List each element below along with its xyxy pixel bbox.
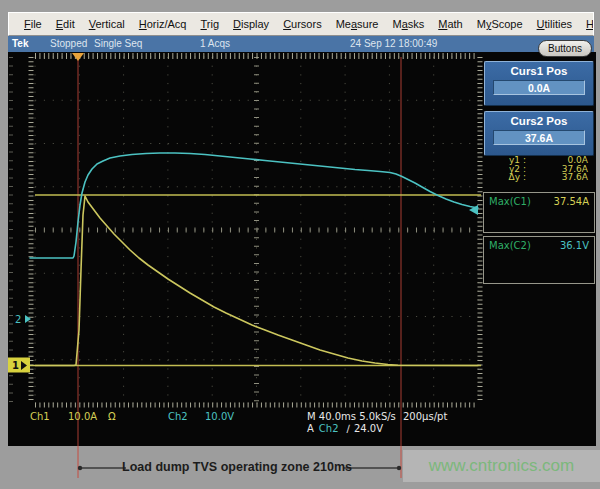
curs2-pos-control[interactable]: Curs2 Pos 37.6A bbox=[484, 111, 594, 156]
max-c2-value: 36.1V bbox=[560, 240, 589, 251]
measurement-max-c1: Max(C1) 37.54A bbox=[483, 192, 595, 233]
trigger-slope-icon: ∕ bbox=[347, 423, 350, 434]
trigger-source: Ch2 bbox=[319, 423, 339, 434]
cursor-readout: y1 : 0.0A y2 : 37.6A Δy : 37.6A bbox=[484, 156, 594, 182]
timebase-readout: M 40.0ms 5.0kS/s bbox=[307, 411, 396, 422]
cursor-dy-value: 37.6A bbox=[526, 173, 594, 182]
readout-bar: Ch1 10.0A Ω Ch2 10.0V M 40.0ms 5.0kS/s 2… bbox=[8, 408, 592, 446]
curs1-pos-control[interactable]: Curs1 Pos 0.0A bbox=[484, 61, 594, 106]
measurement-max-c2: Max(C2) 36.1V bbox=[483, 236, 595, 284]
ch2-scale: 10.0V bbox=[205, 411, 234, 422]
curs1-pos-title: Curs1 Pos bbox=[485, 62, 593, 77]
trigger-prefix: A bbox=[307, 423, 314, 434]
buttons-button[interactable]: Buttons bbox=[538, 40, 592, 57]
max-c1-value: 37.54A bbox=[554, 196, 589, 207]
max-c2-label: Max(C2) bbox=[489, 240, 531, 251]
ch1-marker-label: 1 bbox=[12, 360, 19, 371]
annotation-dot-right bbox=[397, 466, 401, 470]
trigger-readout: ACh2∕24.0V bbox=[307, 423, 383, 434]
cursor-dy-label: Δy : bbox=[484, 173, 526, 182]
trigger-level: 24.0V bbox=[354, 423, 383, 434]
resolution-readout: 200µs/pt bbox=[403, 411, 447, 422]
annotation-dot-left bbox=[78, 466, 82, 470]
ch2-marker-label: 2 bbox=[15, 314, 21, 325]
annotation-text: Load dump TVS operating zone 210ms bbox=[122, 460, 352, 474]
ch1-label: Ch1 bbox=[30, 411, 50, 422]
trigger-position-marker[interactable] bbox=[72, 53, 84, 61]
curs2-pos-value[interactable]: 37.6A bbox=[493, 130, 585, 145]
ch2-label: Ch2 bbox=[168, 411, 188, 422]
max-c1-label: Max(C1) bbox=[489, 196, 531, 207]
curs2-pos-title: Curs2 Pos bbox=[485, 112, 593, 127]
watermark: www.cntronics.com bbox=[403, 450, 600, 482]
cursor-dy-row: Δy : 37.6A bbox=[484, 173, 594, 182]
ch1-scale: 10.0A bbox=[68, 411, 97, 422]
ch1-coupling: Ω bbox=[108, 411, 116, 422]
oscilloscope-window: FileEditVerticalHoriz/AcqTrigDisplayCurs… bbox=[0, 0, 600, 489]
curs1-pos-value[interactable]: 0.0A bbox=[493, 80, 585, 95]
